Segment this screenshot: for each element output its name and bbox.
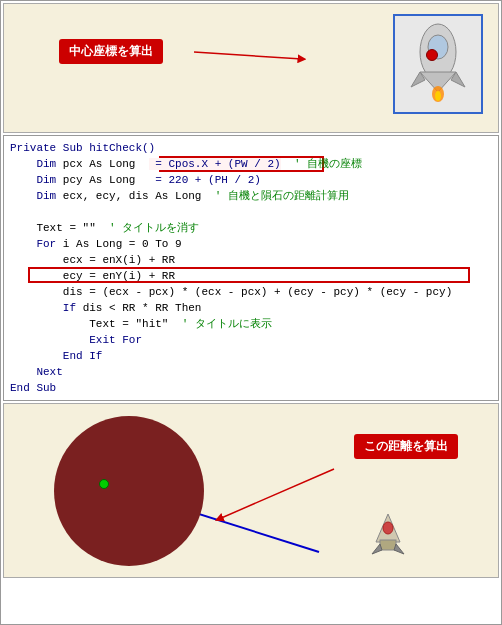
code-line-6: Text = "" ' タイトルを消す bbox=[10, 220, 492, 236]
spaceship-bottom bbox=[368, 512, 408, 557]
callout-top-label: 中心座標を算出 bbox=[69, 45, 153, 59]
code-line-5 bbox=[10, 204, 492, 220]
callout-top: 中心座標を算出 bbox=[59, 39, 163, 64]
svg-point-7 bbox=[435, 91, 441, 101]
code-line-2: Dim pcx As Long = Cpos.X + (PW / 2) ' 自機… bbox=[10, 156, 492, 172]
svg-marker-13 bbox=[394, 544, 404, 554]
main-container: 中心座標を算出 bbox=[0, 0, 502, 625]
code-line-14: End If bbox=[10, 348, 492, 364]
svg-rect-11 bbox=[380, 540, 396, 550]
code-line-12: Text = "hit" ' タイトルに表示 bbox=[10, 316, 492, 332]
code-line-9: ecy = enY(i) + RR bbox=[10, 268, 492, 284]
code-line-13: Exit For bbox=[10, 332, 492, 348]
top-panel: 中心座標を算出 bbox=[3, 3, 499, 133]
callout-bottom-label: この距離を算出 bbox=[364, 440, 448, 454]
code-line-10: dis = (ecx - pcx) * (ecx - pcx) + (ecy -… bbox=[10, 284, 492, 300]
code-line-7: For i As Long = 0 To 9 bbox=[10, 236, 492, 252]
code-line-11: If dis < RR * RR Then bbox=[10, 300, 492, 316]
code-panel: Private Sub hitCheck() Dim pcx As Long =… bbox=[3, 135, 499, 401]
code-line-16: End Sub bbox=[10, 380, 492, 396]
spaceship-box-top bbox=[393, 14, 483, 114]
code-line-1: Private Sub hitCheck() bbox=[10, 140, 492, 156]
asteroid-circle bbox=[54, 416, 204, 566]
svg-line-0 bbox=[194, 52, 302, 59]
svg-line-9 bbox=[219, 469, 334, 519]
red-dot-top bbox=[426, 49, 438, 61]
code-block: Private Sub hitCheck() Dim pcx As Long =… bbox=[10, 140, 492, 396]
code-line-8: ecx = enX(i) + RR bbox=[10, 252, 492, 268]
bottom-panel: この距離を算出 bbox=[3, 403, 499, 578]
spaceship-icon-top bbox=[403, 22, 473, 107]
callout-bottom: この距離を算出 bbox=[354, 434, 458, 459]
player-dot bbox=[99, 479, 109, 489]
spaceship-icon-bottom bbox=[368, 512, 408, 557]
svg-point-14 bbox=[383, 522, 393, 534]
code-line-15: Next bbox=[10, 364, 492, 380]
code-line-4: Dim ecx, ecy, dis As Long ' 自機と隕石の距離計算用 bbox=[10, 188, 492, 204]
svg-marker-12 bbox=[372, 544, 382, 554]
code-line-3: Dim pcy As Long = 220 + (PH / 2) bbox=[10, 172, 492, 188]
